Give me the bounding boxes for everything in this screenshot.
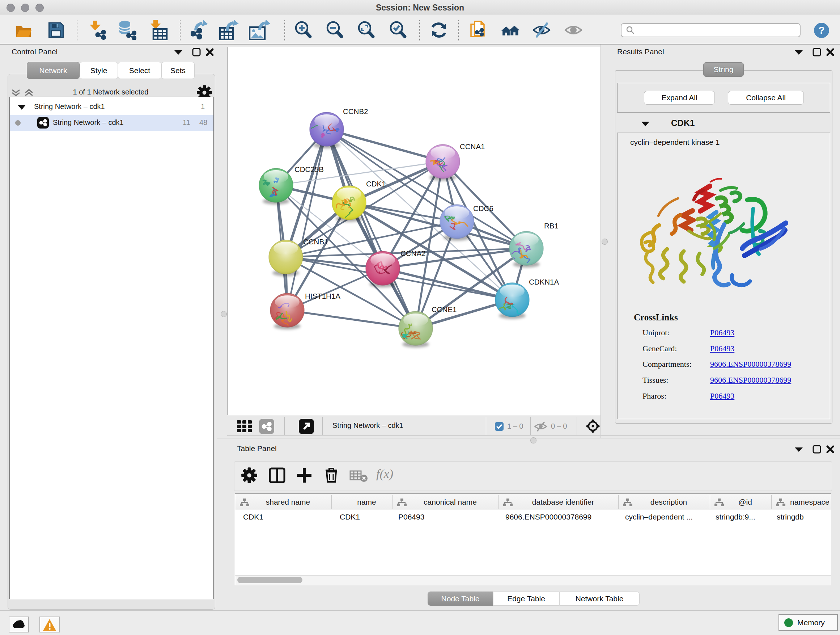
svg-text:CCNA2: CCNA2 <box>401 249 426 257</box>
svg-text:CDC6: CDC6 <box>473 204 493 212</box>
svg-text:CCNB1: CCNB1 <box>303 238 328 246</box>
svg-text:?: ? <box>818 25 824 36</box>
svg-text:CDKN1A: CDKN1A <box>529 278 559 286</box>
svg-text:CDC25B: CDC25B <box>294 165 324 173</box>
svg-text:CCNA1: CCNA1 <box>460 142 485 150</box>
svg-text:CDK1: CDK1 <box>366 180 386 188</box>
svg-text:HIST1H1A: HIST1H1A <box>305 292 340 300</box>
svg-text:CCNB2: CCNB2 <box>343 107 368 116</box>
svg-text:CCNE1: CCNE1 <box>431 305 457 314</box>
svg-text:RB1: RB1 <box>544 222 559 230</box>
